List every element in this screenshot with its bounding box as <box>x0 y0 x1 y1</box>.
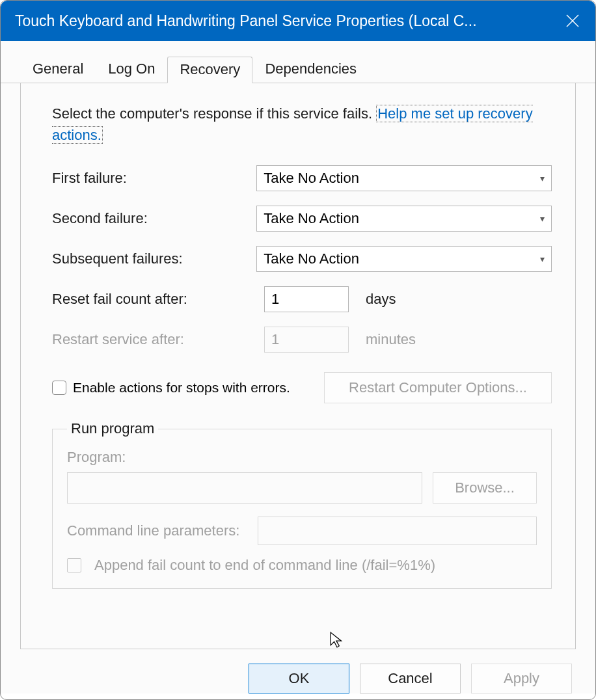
close-icon <box>565 14 580 28</box>
run-program-group: Run program Program: Browse... Command l… <box>52 420 552 589</box>
subsequent-failure-row: Subsequent failures: Take No Action ▾ <box>52 246 552 272</box>
browse-button: Browse... <box>433 472 537 504</box>
tab-strip: General Log On Recovery Dependencies <box>1 47 595 83</box>
intro-plain: Select the computer's response if this s… <box>52 105 376 122</box>
restart-unit: minutes <box>366 331 416 348</box>
append-checkbox <box>67 558 81 572</box>
tab-dependencies[interactable]: Dependencies <box>252 56 369 83</box>
chevron-down-icon: ▾ <box>540 213 545 224</box>
intro-text: Select the computer's response if this s… <box>52 103 552 146</box>
reset-unit: days <box>366 291 396 308</box>
second-failure-label: Second failure: <box>52 210 256 227</box>
reset-input[interactable] <box>264 286 349 312</box>
tab-general[interactable]: General <box>20 56 96 83</box>
program-label: Program: <box>67 449 537 466</box>
first-failure-value: Take No Action <box>264 170 359 187</box>
tab-logon[interactable]: Log On <box>96 56 167 83</box>
restart-label: Restart service after: <box>52 331 264 348</box>
subsequent-failure-label: Subsequent failures: <box>52 250 256 267</box>
titlebar: Touch Keyboard and Handwriting Panel Ser… <box>1 1 595 41</box>
tab-recovery[interactable]: Recovery <box>167 57 252 83</box>
close-button[interactable] <box>550 1 595 41</box>
program-input <box>67 472 422 504</box>
second-failure-value: Take No Action <box>264 210 359 227</box>
enable-stops-row: Enable actions for stops with errors. Re… <box>52 372 552 403</box>
window-title: Touch Keyboard and Handwriting Panel Ser… <box>15 12 550 30</box>
append-label: Append fail count to end of command line… <box>94 557 435 574</box>
restart-computer-options-button: Restart Computer Options... <box>324 372 552 403</box>
reset-label: Reset fail count after: <box>52 291 264 308</box>
second-failure-row: Second failure: Take No Action ▾ <box>52 206 552 232</box>
cmd-input <box>258 517 537 545</box>
second-failure-select[interactable]: Take No Action ▾ <box>256 206 552 232</box>
cancel-button[interactable]: Cancel <box>360 664 461 693</box>
apply-button: Apply <box>471 664 572 693</box>
run-program-legend: Run program <box>67 420 158 437</box>
first-failure-label: First failure: <box>52 170 256 187</box>
subsequent-failure-select[interactable]: Take No Action ▾ <box>256 246 552 272</box>
first-failure-row: First failure: Take No Action ▾ <box>52 165 552 191</box>
cmd-label: Command line parameters: <box>67 522 239 539</box>
first-failure-select[interactable]: Take No Action ▾ <box>256 165 552 191</box>
subsequent-failure-value: Take No Action <box>264 250 359 267</box>
chevron-down-icon: ▾ <box>540 254 545 264</box>
chevron-down-icon: ▾ <box>540 173 545 183</box>
restart-row: Restart service after: minutes <box>52 327 552 353</box>
enable-stops-checkbox[interactable] <box>52 381 66 395</box>
reset-row: Reset fail count after: days <box>52 286 552 312</box>
enable-stops-label: Enable actions for stops with errors. <box>73 380 290 396</box>
recovery-panel: Select the computer's response if this s… <box>20 83 576 649</box>
ok-button[interactable]: OK <box>249 664 349 693</box>
client-area: General Log On Recovery Dependencies Sel… <box>1 41 595 693</box>
dialog-footer: OK Cancel Apply <box>1 649 595 693</box>
restart-input <box>264 327 349 353</box>
